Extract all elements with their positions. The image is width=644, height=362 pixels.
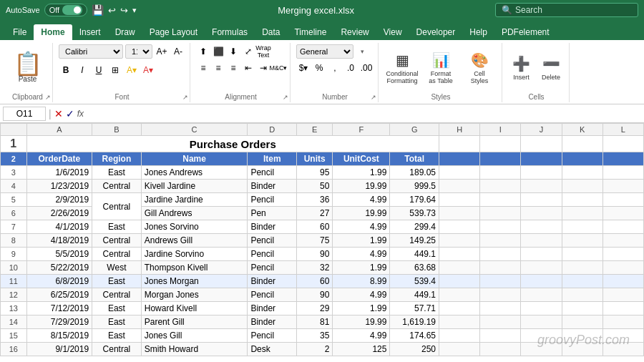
cell-3H[interactable]	[439, 166, 480, 180]
header-name[interactable]: Name	[141, 152, 248, 166]
purchase-orders-title[interactable]: Purchase Orders	[26, 136, 439, 152]
cell-10L[interactable]	[602, 261, 643, 275]
cell-2L[interactable]	[602, 152, 643, 166]
cell-16C[interactable]: Smith Howard	[141, 343, 248, 356]
confirm-icon[interactable]: ✓	[66, 108, 74, 119]
cell-15C[interactable]: Jones Gill	[141, 329, 248, 343]
cell-13G[interactable]: 57.71	[390, 302, 439, 315]
cell-10B[interactable]: West	[92, 261, 142, 275]
cell-16J[interactable]	[521, 343, 562, 356]
cell-10D[interactable]: Pencil	[248, 261, 297, 275]
cell-2I[interactable]	[480, 152, 521, 166]
cell-6C[interactable]: Gill Andrews	[141, 207, 248, 220]
cell-8G[interactable]: 149.25	[390, 234, 439, 248]
tab-home[interactable]: Home	[34, 24, 72, 40]
row-num-4[interactable]: 4	[1, 180, 27, 193]
cell-13E[interactable]: 29	[297, 302, 333, 315]
cell-5D[interactable]: Pencil	[248, 193, 297, 207]
cell-11B[interactable]: East	[92, 275, 142, 288]
cell-14J[interactable]	[521, 315, 562, 329]
row-num-16[interactable]: 16	[1, 343, 27, 356]
cell-8I[interactable]	[480, 234, 521, 248]
cell-15H[interactable]	[439, 329, 480, 343]
row-num-10[interactable]: 10	[1, 261, 27, 275]
cell-3I[interactable]	[480, 166, 521, 180]
number-format-select[interactable]: General	[296, 44, 353, 59]
cell-14B[interactable]: East	[92, 315, 142, 329]
align-left-btn[interactable]: ≡	[196, 61, 210, 75]
col-header-B[interactable]: B	[92, 124, 142, 136]
cell-4D[interactable]: Binder	[248, 180, 297, 193]
font-launch-icon[interactable]: ↗	[182, 94, 188, 101]
bold-btn[interactable]: B	[59, 63, 73, 77]
cell-12F[interactable]: 4.99	[333, 288, 390, 302]
cell-4G[interactable]: 999.5	[390, 180, 439, 193]
cell-13F[interactable]: 1.99	[333, 302, 390, 315]
cell-2J[interactable]	[521, 152, 562, 166]
cell-16G[interactable]: 250	[390, 343, 439, 356]
quick-access-more[interactable]: ▾	[132, 6, 137, 15]
paste-button[interactable]: 📋 Paste	[9, 49, 47, 86]
cell-13L[interactable]	[602, 302, 643, 315]
header-units[interactable]: Units	[297, 152, 333, 166]
cell-4L[interactable]	[602, 180, 643, 193]
cell-13H[interactable]	[439, 302, 480, 315]
cell-1H[interactable]	[439, 136, 480, 152]
align-top-btn[interactable]: ⬆	[196, 44, 210, 59]
percent-btn[interactable]: %	[312, 61, 326, 75]
cell-8C[interactable]: Andrews Gill	[141, 234, 248, 248]
cell-14D[interactable]: Binder	[248, 315, 297, 329]
cell-5K[interactable]	[562, 193, 602, 207]
cell-5I[interactable]	[480, 193, 521, 207]
cell-3F[interactable]: 1.99	[333, 166, 390, 180]
header-total[interactable]: Total	[390, 152, 439, 166]
cell-14F[interactable]: 19.99	[333, 315, 390, 329]
row-num-5[interactable]: 5	[1, 193, 27, 207]
cell-11A[interactable]: 6/8/2019	[26, 275, 92, 288]
clipboard-launch-icon[interactable]: ↗	[45, 94, 51, 101]
cell-10K[interactable]	[562, 261, 602, 275]
cell-12E[interactable]: 90	[297, 288, 333, 302]
cell-5F[interactable]: 4.99	[333, 193, 390, 207]
cell-1L[interactable]	[602, 136, 643, 152]
cell-13A[interactable]: 7/12/2019	[26, 302, 92, 315]
cell-14L[interactable]	[602, 315, 643, 329]
cell-16I[interactable]	[480, 343, 521, 356]
cell-7H[interactable]	[439, 220, 480, 234]
search-box[interactable]: 🔍 Search	[495, 3, 638, 17]
cell-10F[interactable]: 1.99	[333, 261, 390, 275]
increase-decimal-btn[interactable]: .00	[359, 61, 374, 75]
cell-7C[interactable]: Jones Sorvino	[141, 220, 248, 234]
conditional-formatting-btn[interactable]: ▦ Conditional Formatting	[384, 49, 420, 87]
number-launch-icon[interactable]: ↗	[371, 94, 376, 101]
cell-3D[interactable]: Pencil	[248, 166, 297, 180]
cell-6A[interactable]: 2/26/2019	[26, 207, 92, 220]
cell-5B[interactable]: Central	[92, 193, 142, 220]
cell-7F[interactable]: 4.99	[333, 220, 390, 234]
cell-3E[interactable]: 95	[297, 166, 333, 180]
cell-10E[interactable]: 32	[297, 261, 333, 275]
row-num-1[interactable]: 1	[1, 136, 27, 152]
cell-15D[interactable]: Pencil	[248, 329, 297, 343]
col-header-F[interactable]: F	[333, 124, 390, 136]
cell-10A[interactable]: 5/22/2019	[26, 261, 92, 275]
cell-8H[interactable]	[439, 234, 480, 248]
fill-color-btn[interactable]: A▾	[125, 63, 139, 77]
alignment-launch-icon[interactable]: ↗	[283, 94, 288, 101]
cell-12K[interactable]	[562, 288, 602, 302]
cell-7A[interactable]: 4/1/2019	[26, 220, 92, 234]
cell-12J[interactable]	[521, 288, 562, 302]
cell-2H[interactable]	[439, 152, 480, 166]
cell-13C[interactable]: Howard Kivell	[141, 302, 248, 315]
col-header-J[interactable]: J	[521, 124, 562, 136]
cell-14H[interactable]	[439, 315, 480, 329]
cell-3K[interactable]	[562, 166, 602, 180]
tab-review[interactable]: Review	[333, 24, 376, 40]
delete-btn[interactable]: ➖ Delete	[537, 53, 565, 83]
cell-10G[interactable]: 63.68	[390, 261, 439, 275]
tab-file[interactable]: File	[6, 24, 34, 40]
row-num-15[interactable]: 15	[1, 329, 27, 343]
cell-8B[interactable]: Central	[92, 234, 142, 248]
tab-view[interactable]: View	[376, 24, 409, 40]
cell-8E[interactable]: 75	[297, 234, 333, 248]
